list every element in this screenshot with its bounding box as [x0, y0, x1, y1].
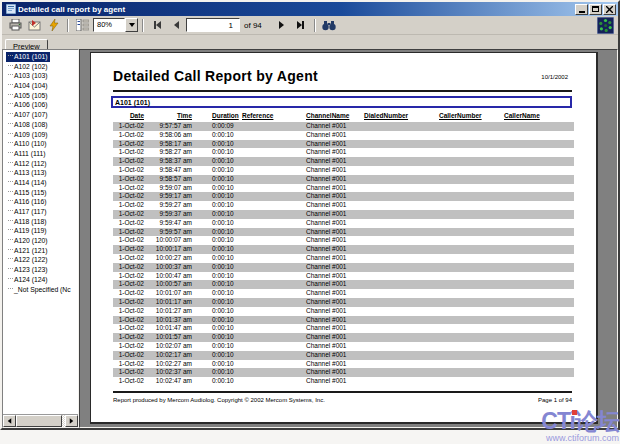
table-cell: 0:00:10	[195, 245, 241, 254]
table-cell	[438, 148, 503, 157]
next-triangle-icon	[279, 21, 284, 29]
tree-item-agent[interactable]: A113 (113)	[6, 168, 49, 178]
next-page-button[interactable]	[272, 17, 291, 34]
table-cell: 1-Oct-02	[113, 148, 147, 157]
table-cell	[503, 157, 574, 166]
tree-item-agent[interactable]: A124 (124)	[6, 275, 50, 285]
tree-item-agent[interactable]: _Not Specified (Nc	[6, 285, 73, 295]
table-row: 1-Oct-029:59:07 am0:00:10Channel #001	[113, 184, 574, 193]
table-cell	[438, 307, 503, 316]
tree-item-agent[interactable]: A115 (115)	[6, 188, 49, 198]
table-cell: 0:00:10	[195, 131, 241, 140]
tree-item-agent[interactable]: A110 (110)	[6, 139, 49, 149]
sidebar-horizontal-scrollbar[interactable]	[3, 414, 78, 427]
report-viewer[interactable]: Detailed Call Report by Agent 10/1/2002 …	[79, 49, 618, 428]
table-row: 1-Oct-0210:02:17 am0:00:10Channel #001	[113, 351, 574, 360]
group-header: A101 (101)	[111, 96, 572, 108]
table-cell	[438, 342, 503, 351]
table-cell	[363, 263, 438, 272]
tree-item-agent[interactable]: A119 (119)	[6, 226, 49, 236]
minimize-icon	[579, 11, 585, 13]
table-cell	[503, 280, 574, 289]
table-cell	[503, 228, 574, 237]
tree-item-agent[interactable]: A105 (105)	[6, 91, 50, 101]
column-header-dialed-number: DialedNumber	[363, 111, 438, 121]
ctiforum-logo-text: CTi论坛	[541, 408, 619, 434]
tree-item-agent[interactable]: A114 (114)	[6, 178, 49, 188]
first-page-button[interactable]	[148, 17, 167, 34]
tree-item-agent[interactable]: A104 (104)	[6, 81, 50, 91]
table-cell	[241, 192, 305, 201]
table-cell: 0:00:10	[195, 228, 241, 237]
table-cell: 9:58:47 am	[147, 166, 195, 175]
zoom-combo[interactable]: 80%	[93, 18, 138, 32]
minimize-button[interactable]	[575, 4, 588, 15]
print-button[interactable]	[6, 17, 25, 34]
tree-item-agent[interactable]: A106 (106)	[6, 100, 50, 110]
search-button[interactable]	[320, 17, 339, 34]
table-cell	[241, 263, 305, 272]
table-cell: 1-Oct-02	[113, 157, 147, 166]
app-window: Detailed call report by agent	[0, 0, 620, 430]
prev-triangle-icon	[156, 21, 161, 29]
toggle-group-tree-button[interactable]	[73, 17, 92, 34]
table-cell: 9:58:37 am	[147, 157, 195, 166]
column-header-date: Date	[113, 111, 147, 121]
table-cell: 10:01:17 am	[147, 298, 195, 307]
table-cell: 1-Oct-02	[113, 131, 147, 140]
chevron-down-icon	[129, 23, 135, 27]
tree-item-agent[interactable]: A120 (120)	[6, 236, 50, 246]
scrollbar-thumb[interactable]	[16, 415, 62, 427]
table-cell: 0:00:10	[195, 307, 241, 316]
table-cell	[363, 122, 438, 131]
page-number-input[interactable]	[186, 18, 240, 32]
previous-page-button[interactable]	[167, 17, 186, 34]
table-cell	[438, 280, 503, 289]
tree-item-agent[interactable]: A112 (112)	[6, 159, 49, 169]
scroll-left-button[interactable]	[3, 415, 16, 427]
tree-item-agent[interactable]: A109 (109)	[6, 130, 50, 140]
refresh-button[interactable]	[44, 17, 63, 34]
table-cell	[241, 298, 305, 307]
tree-item-agent[interactable]: A117 (117)	[6, 207, 49, 217]
tree-item-agent[interactable]: A116 (116)	[6, 197, 49, 207]
table-cell: 0:00:10	[195, 351, 241, 360]
close-button[interactable]	[603, 4, 616, 15]
table-cell	[438, 166, 503, 175]
tree-item-agent[interactable]: A108 (108)	[6, 120, 50, 130]
scroll-right-button[interactable]	[65, 415, 78, 427]
column-header-channel-name: ChannelName	[305, 111, 363, 121]
scrollbar-track[interactable]	[16, 415, 65, 427]
last-page-button[interactable]	[291, 17, 310, 34]
table-cell	[241, 228, 305, 237]
toolbar-separator	[314, 19, 316, 32]
tree-item-agent[interactable]: A118 (118)	[6, 217, 49, 227]
table-cell: 0:00:10	[195, 140, 241, 149]
watermark: CTi论坛 www.ctiforum.com	[541, 410, 619, 443]
maximize-button[interactable]	[589, 4, 602, 15]
export-button[interactable]	[25, 17, 44, 34]
export-envelope-icon	[28, 20, 41, 31]
table-cell	[438, 140, 503, 149]
tree-item-agent[interactable]: A122 (122)	[6, 255, 50, 265]
tree-item-agent[interactable]: A102 (102)	[6, 62, 50, 72]
tree-item-agent[interactable]: A123 (123)	[6, 265, 50, 275]
table-cell: Channel #001	[305, 307, 363, 316]
table-row: 1-Oct-029:59:57 am0:00:10Channel #001	[113, 228, 574, 237]
tree-item-agent[interactable]: A103 (103)	[6, 71, 50, 81]
table-cell: 10:00:17 am	[147, 245, 195, 254]
tree-item-agent[interactable]: A107 (107)	[6, 110, 50, 120]
zoom-dropdown-button[interactable]	[125, 18, 138, 32]
table-cell: 0:00:10	[195, 360, 241, 369]
tree-item-agent[interactable]: A111 (111)	[6, 149, 48, 159]
table-cell: 0:00:10	[195, 219, 241, 228]
window-title: Detailed call report by agent	[18, 3, 574, 16]
table-cell: Channel #001	[305, 377, 363, 386]
table-cell: Channel #001	[305, 148, 363, 157]
table-cell	[363, 192, 438, 201]
table-cell	[438, 272, 503, 281]
tree-item-agent[interactable]: A101 (101)	[6, 52, 50, 62]
table-cell: 10:02:47 am	[147, 377, 195, 386]
table-cell	[438, 245, 503, 254]
tree-item-agent[interactable]: A121 (121)	[6, 246, 50, 256]
